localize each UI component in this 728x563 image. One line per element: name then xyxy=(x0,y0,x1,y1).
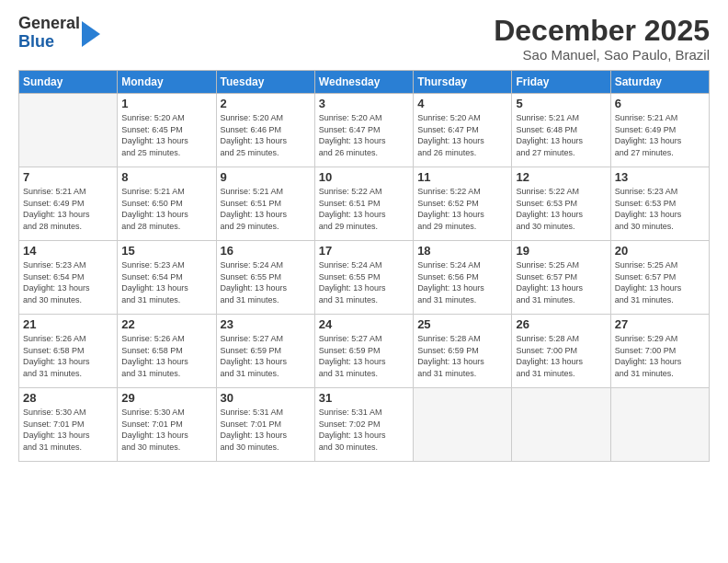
day-info: Sunrise: 5:25 AM Sunset: 6:57 PM Dayligh… xyxy=(516,259,606,305)
calendar-week-row: 28Sunrise: 5:30 AM Sunset: 7:01 PM Dayli… xyxy=(19,388,710,462)
subtitle: Sao Manuel, Sao Paulo, Brazil xyxy=(494,47,710,63)
day-number: 22 xyxy=(121,317,211,331)
table-row xyxy=(512,388,610,462)
table-row: 8Sunrise: 5:21 AM Sunset: 6:50 PM Daylig… xyxy=(118,167,216,241)
calendar-week-row: 14Sunrise: 5:23 AM Sunset: 6:54 PM Dayli… xyxy=(19,241,710,315)
day-info: Sunrise: 5:20 AM Sunset: 6:46 PM Dayligh… xyxy=(221,112,311,158)
day-info: Sunrise: 5:29 AM Sunset: 7:00 PM Dayligh… xyxy=(615,333,705,379)
calendar-week-row: 21Sunrise: 5:26 AM Sunset: 6:58 PM Dayli… xyxy=(19,315,710,388)
day-info: Sunrise: 5:31 AM Sunset: 7:02 PM Dayligh… xyxy=(319,407,409,453)
day-info: Sunrise: 5:20 AM Sunset: 6:45 PM Dayligh… xyxy=(121,112,211,158)
day-number: 14 xyxy=(23,244,113,258)
day-number: 26 xyxy=(516,317,606,331)
day-number: 29 xyxy=(121,391,211,405)
table-row: 9Sunrise: 5:21 AM Sunset: 6:51 PM Daylig… xyxy=(216,167,314,241)
day-number: 12 xyxy=(516,170,606,184)
table-row: 2Sunrise: 5:20 AM Sunset: 6:46 PM Daylig… xyxy=(216,94,314,167)
day-info: Sunrise: 5:27 AM Sunset: 6:59 PM Dayligh… xyxy=(221,333,311,379)
day-info: Sunrise: 5:24 AM Sunset: 6:55 PM Dayligh… xyxy=(319,259,409,305)
table-row: 6Sunrise: 5:21 AM Sunset: 6:49 PM Daylig… xyxy=(610,94,709,167)
calendar-week-row: 1Sunrise: 5:20 AM Sunset: 6:45 PM Daylig… xyxy=(19,94,710,167)
table-row: 16Sunrise: 5:24 AM Sunset: 6:55 PM Dayli… xyxy=(216,241,314,315)
day-number: 30 xyxy=(221,391,311,405)
table-row xyxy=(414,388,512,462)
table-row: 3Sunrise: 5:20 AM Sunset: 6:47 PM Daylig… xyxy=(314,94,413,167)
table-row: 1Sunrise: 5:20 AM Sunset: 6:45 PM Daylig… xyxy=(118,94,216,167)
day-number: 6 xyxy=(615,97,705,110)
day-info: Sunrise: 5:24 AM Sunset: 6:55 PM Dayligh… xyxy=(221,259,311,305)
header: General Blue December 2025 Sao Manuel, S… xyxy=(18,15,710,63)
table-row: 13Sunrise: 5:23 AM Sunset: 6:53 PM Dayli… xyxy=(610,167,709,241)
table-row: 22Sunrise: 5:26 AM Sunset: 6:58 PM Dayli… xyxy=(118,315,216,388)
day-number: 1 xyxy=(121,97,211,110)
day-info: Sunrise: 5:21 AM Sunset: 6:50 PM Dayligh… xyxy=(121,186,211,232)
table-row: 4Sunrise: 5:20 AM Sunset: 6:47 PM Daylig… xyxy=(414,94,512,167)
day-info: Sunrise: 5:23 AM Sunset: 6:54 PM Dayligh… xyxy=(121,259,211,305)
logo-arrow-icon xyxy=(82,21,100,47)
day-number: 19 xyxy=(516,244,606,258)
day-number: 17 xyxy=(319,244,409,258)
day-number: 24 xyxy=(319,317,409,331)
day-info: Sunrise: 5:20 AM Sunset: 6:47 PM Dayligh… xyxy=(417,112,507,158)
header-monday: Monday xyxy=(118,71,216,94)
day-number: 8 xyxy=(121,170,211,184)
logo-text: General Blue xyxy=(18,15,80,52)
day-number: 13 xyxy=(615,170,705,184)
day-info: Sunrise: 5:22 AM Sunset: 6:51 PM Dayligh… xyxy=(319,186,409,232)
svg-marker-0 xyxy=(82,21,100,47)
day-info: Sunrise: 5:27 AM Sunset: 6:59 PM Dayligh… xyxy=(319,333,409,379)
day-number: 5 xyxy=(516,97,606,110)
day-number: 3 xyxy=(319,97,409,110)
day-number: 28 xyxy=(23,391,113,405)
table-row: 25Sunrise: 5:28 AM Sunset: 6:59 PM Dayli… xyxy=(414,315,512,388)
day-info: Sunrise: 5:21 AM Sunset: 6:51 PM Dayligh… xyxy=(221,186,311,232)
logo: General Blue xyxy=(18,15,100,52)
table-row: 7Sunrise: 5:21 AM Sunset: 6:49 PM Daylig… xyxy=(19,167,118,241)
day-info: Sunrise: 5:20 AM Sunset: 6:47 PM Dayligh… xyxy=(319,112,409,158)
day-number: 18 xyxy=(417,244,507,258)
day-info: Sunrise: 5:21 AM Sunset: 6:49 PM Dayligh… xyxy=(615,112,705,158)
table-row xyxy=(610,388,709,462)
day-number: 4 xyxy=(417,97,507,110)
day-number: 25 xyxy=(417,317,507,331)
day-number: 21 xyxy=(23,317,113,331)
day-number: 10 xyxy=(319,170,409,184)
day-number: 9 xyxy=(221,170,311,184)
day-info: Sunrise: 5:28 AM Sunset: 7:00 PM Dayligh… xyxy=(516,333,606,379)
day-number: 27 xyxy=(615,317,705,331)
calendar-header-row: Sunday Monday Tuesday Wednesday Thursday… xyxy=(19,71,710,94)
table-row: 10Sunrise: 5:22 AM Sunset: 6:51 PM Dayli… xyxy=(314,167,413,241)
table-row: 14Sunrise: 5:23 AM Sunset: 6:54 PM Dayli… xyxy=(19,241,118,315)
main-title: December 2025 xyxy=(494,15,710,47)
table-row: 26Sunrise: 5:28 AM Sunset: 7:00 PM Dayli… xyxy=(512,315,610,388)
day-number: 23 xyxy=(221,317,311,331)
table-row: 11Sunrise: 5:22 AM Sunset: 6:52 PM Dayli… xyxy=(414,167,512,241)
day-info: Sunrise: 5:31 AM Sunset: 7:01 PM Dayligh… xyxy=(221,407,311,453)
header-saturday: Saturday xyxy=(610,71,709,94)
day-info: Sunrise: 5:21 AM Sunset: 6:48 PM Dayligh… xyxy=(516,112,606,158)
title-block: December 2025 Sao Manuel, Sao Paulo, Bra… xyxy=(494,15,710,63)
table-row: 21Sunrise: 5:26 AM Sunset: 6:58 PM Dayli… xyxy=(19,315,118,388)
day-info: Sunrise: 5:26 AM Sunset: 6:58 PM Dayligh… xyxy=(121,333,211,379)
calendar-week-row: 7Sunrise: 5:21 AM Sunset: 6:49 PM Daylig… xyxy=(19,167,710,241)
day-info: Sunrise: 5:30 AM Sunset: 7:01 PM Dayligh… xyxy=(121,407,211,453)
day-info: Sunrise: 5:24 AM Sunset: 6:56 PM Dayligh… xyxy=(417,259,507,305)
day-info: Sunrise: 5:22 AM Sunset: 6:52 PM Dayligh… xyxy=(417,186,507,232)
table-row: 23Sunrise: 5:27 AM Sunset: 6:59 PM Dayli… xyxy=(216,315,314,388)
day-number: 20 xyxy=(615,244,705,258)
table-row: 15Sunrise: 5:23 AM Sunset: 6:54 PM Dayli… xyxy=(118,241,216,315)
table-row: 28Sunrise: 5:30 AM Sunset: 7:01 PM Dayli… xyxy=(19,388,118,462)
table-row: 24Sunrise: 5:27 AM Sunset: 6:59 PM Dayli… xyxy=(314,315,413,388)
page: General Blue December 2025 Sao Manuel, S… xyxy=(0,0,728,563)
table-row: 29Sunrise: 5:30 AM Sunset: 7:01 PM Dayli… xyxy=(118,388,216,462)
header-sunday: Sunday xyxy=(19,71,118,94)
calendar-table: Sunday Monday Tuesday Wednesday Thursday… xyxy=(18,70,710,462)
table-row xyxy=(19,94,118,167)
header-wednesday: Wednesday xyxy=(314,71,413,94)
day-number: 7 xyxy=(23,170,113,184)
table-row: 17Sunrise: 5:24 AM Sunset: 6:55 PM Dayli… xyxy=(314,241,413,315)
table-row: 31Sunrise: 5:31 AM Sunset: 7:02 PM Dayli… xyxy=(314,388,413,462)
table-row: 20Sunrise: 5:25 AM Sunset: 6:57 PM Dayli… xyxy=(610,241,709,315)
header-thursday: Thursday xyxy=(414,71,512,94)
day-info: Sunrise: 5:23 AM Sunset: 6:53 PM Dayligh… xyxy=(615,186,705,232)
